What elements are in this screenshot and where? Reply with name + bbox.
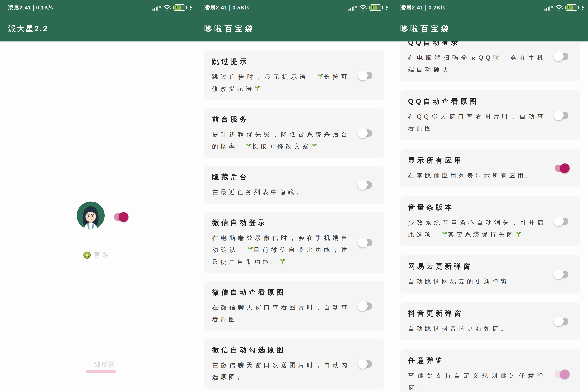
settings-list: 跳过提示 跳过广告时，显示提示语。长按可修改提示语 前台服务 提升进程优先级，降…	[196, 42, 392, 392]
settings-list: QQ自动登录 在电脑端扫码登录QQ时，会在手机端自动确认。 QQ自动查看原图 在…	[392, 42, 588, 392]
kiwi-icon	[83, 251, 91, 259]
status-bar: 凌晨2:41 | 0.5K/s 31	[196, 0, 392, 12]
page-title: 哆啦百宝袋	[400, 24, 451, 34]
panel-toolbox-1: 凌晨2:41 | 0.5K/s 31	[196, 0, 392, 392]
wifi-icon	[555, 4, 564, 11]
setting-toggle[interactable]	[359, 130, 372, 137]
setting-title: QQ自动查看原图	[408, 97, 575, 106]
setting-toggle[interactable]	[555, 52, 568, 60]
feedback-underline	[85, 370, 116, 373]
setting-desc: 在李跳跳应用列表显示所有应用。	[408, 170, 546, 182]
more-button[interactable]: 更多	[83, 250, 110, 260]
header: 凌晨2:41 | 0.1K/s 31	[0, 0, 196, 42]
battery-level: 31	[567, 6, 573, 10]
page-title: 派大星2.2	[8, 24, 48, 34]
charging-bolt-icon	[581, 5, 585, 11]
setting-card: 微信自动查看原图 在微信聊天窗口查看图片时，自动查看原图。	[204, 281, 384, 331]
setting-title: 显示所有应用	[408, 156, 575, 165]
setting-desc: 跳过广告时，显示提示语。长按可修改提示语	[212, 71, 350, 94]
more-label: 更多	[94, 250, 110, 260]
setting-card: 前台服务 提升进程优先级，降低被系统杀后台的概率。长按可修改文案	[204, 108, 384, 158]
battery-level: 31	[174, 6, 181, 10]
wifi-icon	[359, 4, 367, 11]
header: 凌晨2:41 | 0.5K/s 31	[196, 0, 392, 42]
panel-toolbox-2: 凌晨2:41 | 0.2K/s 31	[392, 0, 588, 392]
setting-toggle[interactable]	[555, 112, 568, 119]
charging-bolt-icon	[385, 5, 389, 11]
setting-title: 跳过提示	[212, 57, 379, 66]
battery-icon: 31	[369, 4, 383, 11]
setting-title: 任意弹窗	[408, 356, 575, 365]
status-icons: 31	[348, 4, 389, 11]
feedback-button[interactable]: 一键反馈	[85, 360, 117, 373]
setting-card: 抖音更新弹窗 自动跳过抖音的更新弹窗。	[400, 302, 580, 340]
setting-toggle[interactable]	[555, 164, 568, 172]
app-screen: 凌晨2:41 | 0.1K/s 31	[0, 0, 588, 392]
wifi-icon	[163, 4, 171, 11]
signal-icon	[152, 4, 161, 11]
signal-icon	[348, 4, 357, 11]
setting-title: 隐藏后台	[212, 172, 379, 182]
battery-icon: 31	[566, 4, 579, 11]
time-and-speed: 凌晨2:41 | 0.1K/s	[8, 4, 53, 12]
status-icons: 31	[152, 4, 193, 11]
setting-title: 微信自动登录	[212, 218, 379, 228]
setting-toggle[interactable]	[555, 270, 568, 278]
setting-desc: 在电脑端扫码登录QQ时，会在手机端自动确认。	[408, 52, 546, 76]
setting-card: QQ自动查看原图 在QQ聊天窗口查看图片时，自动查看原图。	[400, 90, 580, 140]
setting-desc: 在最近任务列表中隐藏。	[212, 186, 350, 198]
avatar[interactable]	[77, 202, 105, 230]
setting-desc: 自动跳过抖音的更新弹窗。	[408, 322, 546, 334]
panel-home: 凌晨2:41 | 0.1K/s 31	[0, 0, 196, 392]
time-and-speed: 凌晨2:41 | 0.2K/s	[400, 4, 446, 12]
setting-desc: 少数系统音量条不自动消失，可开启此选项。其它系统保持关闭	[408, 216, 546, 240]
setting-desc: 自动跳过网易云的更新弹窗。	[408, 276, 546, 288]
status-bar: 凌晨2:41 | 0.2K/s 31	[392, 0, 588, 12]
charging-bolt-icon	[189, 5, 193, 11]
page-title: 哆啦百宝袋	[204, 24, 255, 34]
header: 凌晨2:41 | 0.2K/s 31	[392, 0, 588, 42]
avatar-toggle[interactable]	[114, 213, 127, 221]
setting-card: 跳过提示 跳过广告时，显示提示语。长按可修改提示语	[204, 50, 384, 100]
setting-toggle[interactable]	[359, 181, 372, 189]
setting-title: 微信自动查看原图	[212, 288, 379, 297]
setting-card: 任意弹窗 李跳跳支持自定义规则跳过任意弹窗。	[400, 349, 580, 392]
setting-card: 微信自动登录 在电脑端登录微信时，会在手机端自动确认。目前微信自带此功能，建议使…	[204, 212, 384, 274]
setting-card: 音量条版本 少数系统音量条不自动消失，可开启此选项。其它系统保持关闭	[400, 196, 580, 246]
battery-icon: 31	[173, 4, 187, 11]
setting-card: 微信自动勾选原图 在微信聊天窗口发送图片时，自动勾选原图。	[204, 339, 384, 389]
setting-toggle[interactable]	[359, 302, 372, 310]
setting-desc: 在电脑端登录微信时，会在手机端自动确认。目前微信自带此功能，建议使用自带功能。	[212, 232, 350, 268]
setting-toggle[interactable]	[555, 318, 568, 325]
setting-title: 网易云更新弹窗	[408, 262, 575, 271]
setting-title: QQ自动登录	[408, 42, 575, 47]
battery-level: 31	[371, 6, 377, 10]
setting-card: 显示所有应用 在李跳跳应用列表显示所有应用。	[400, 149, 580, 187]
setting-desc: 在QQ聊天窗口查看图片时，自动查看原图。	[408, 110, 546, 134]
setting-title: 微信自动勾选原图	[212, 345, 379, 355]
setting-toggle[interactable]	[359, 360, 372, 368]
setting-desc: 在微信聊天窗口发送图片时，自动勾选原图。	[212, 359, 350, 383]
signal-icon	[544, 4, 553, 11]
status-icons: 31	[544, 4, 585, 11]
setting-toggle[interactable]	[555, 218, 568, 225]
setting-card: 网易云更新弹窗 自动跳过网易云的更新弹窗。	[400, 255, 580, 293]
status-bar: 凌晨2:41 | 0.1K/s 31	[0, 0, 196, 12]
time-and-speed: 凌晨2:41 | 0.5K/s	[204, 4, 250, 12]
setting-title: 音量条版本	[408, 203, 575, 212]
setting-toggle[interactable]	[359, 72, 372, 79]
feedback-label: 一键反馈	[85, 360, 117, 369]
setting-title: 抖音更新弹窗	[408, 309, 575, 318]
setting-card: QQ自动登录 在电脑端扫码登录QQ时，会在手机端自动确认。	[400, 42, 580, 81]
setting-card: 隐藏后台 在最近任务列表中隐藏。	[204, 166, 384, 204]
setting-desc: 在微信聊天窗口查看图片时，自动查看原图。	[212, 302, 350, 325]
setting-title: 前台服务	[212, 115, 379, 124]
setting-desc: 提升进程优先级，降低被系统杀后台的概率。长按可修改文案	[212, 128, 350, 152]
setting-toggle[interactable]	[555, 370, 568, 378]
setting-desc: 李跳跳支持自定义规则跳过任意弹窗。	[408, 370, 546, 392]
setting-toggle[interactable]	[359, 239, 372, 246]
